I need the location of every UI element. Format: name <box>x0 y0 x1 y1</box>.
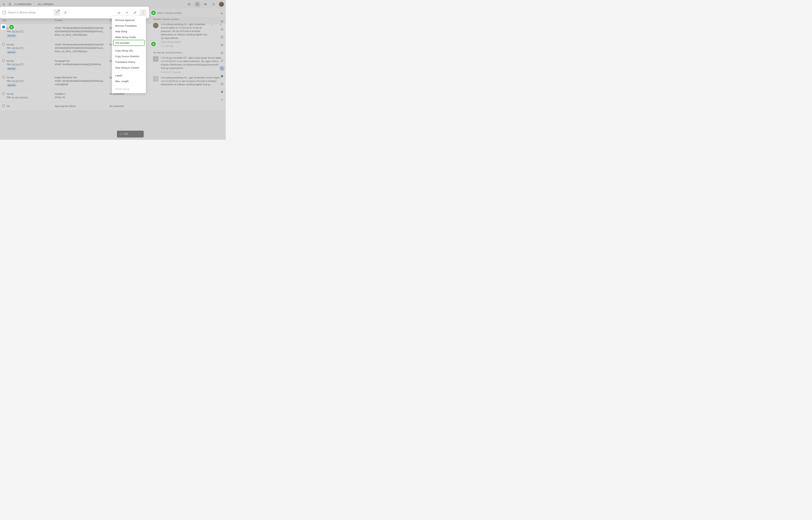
row-key-text: No key <box>7 43 24 46</box>
row-key-text: No <box>7 104 10 108</box>
entry-time: 2 years ago <box>163 45 174 47</box>
avatar[interactable] <box>219 2 224 7</box>
svg-point-14 <box>143 13 144 14</box>
search-input[interactable] <box>7 11 52 14</box>
row-0-checkbox-highlight[interactable] <box>1 24 6 30</box>
menu-make-visible[interactable]: Make String Visible <box>112 34 146 40</box>
row-2-context: Paragraph text XPath: /html/body/table/t… <box>52 57 107 73</box>
entry-text: I<0>softwareudvikling</0>, agile (undert… <box>161 23 209 40</box>
menu-delete[interactable]: Delete String <box>112 86 146 92</box>
eye-icon[interactable] <box>220 43 224 48</box>
pager-prev-icon[interactable]: ← <box>132 133 134 135</box>
file-link[interactable]: test [en-PT] <box>12 80 23 82</box>
row-1-checkbox[interactable] <box>2 43 5 46</box>
layout-split-icon[interactable] <box>195 1 200 7</box>
callout-2: 2 <box>151 10 156 15</box>
ai-icon[interactable] <box>220 89 224 94</box>
row-5-checkbox[interactable] <box>2 104 5 107</box>
row-5-shot: No screenshot <box>107 102 149 111</box>
context-menu: Remove Approval Remove Translation Hide … <box>112 16 146 93</box>
columns-icon[interactable] <box>220 82 224 86</box>
master-badge: MASTER <box>7 34 16 37</box>
approve-all-icon[interactable] <box>116 9 122 16</box>
edit-icon[interactable] <box>132 9 138 16</box>
book-icon[interactable] <box>220 35 224 40</box>
file-link[interactable]: test [en-PT] <box>12 47 23 49</box>
add-icon[interactable] <box>124 9 130 16</box>
file-label: File: <box>7 63 11 66</box>
row-2-key[interactable]: No key File: test [en-PT] MASTER <box>0 57 52 73</box>
svg-rect-11 <box>221 91 223 93</box>
svg-rect-5 <box>221 29 223 30</box>
file-label: File: <box>7 96 11 99</box>
row-0-key[interactable]: ey File: test [en-PT] MASTER <box>0 24 52 40</box>
translate-icon[interactable] <box>220 11 224 16</box>
menu-copy-skeleton[interactable]: Copy Source Skeleton <box>112 53 146 59</box>
menu-remove-approval[interactable]: Remove Approval <box>112 17 146 23</box>
menu-hide-string[interactable]: Hide String <box>112 29 146 34</box>
file-link[interactable]: test [en-PT] <box>12 30 23 33</box>
breadcrumb-languages[interactable]: 3 LANGUAGES <box>14 3 32 5</box>
approve-icon[interactable]: ✓ <box>215 23 217 26</box>
file-link[interactable]: for vip customer <box>12 96 28 99</box>
chevron-down-icon[interactable]: ▾ <box>183 52 184 54</box>
pager-next-icon[interactable]: → <box>138 133 140 135</box>
keyboard-icon[interactable] <box>203 1 208 7</box>
menu-remove-translation[interactable]: Remove Translation <box>112 23 146 29</box>
danish-title[interactable]: DANISH TRANSLATIONS <box>153 18 179 21</box>
file-link[interactable]: test [en-PT] <box>12 63 23 66</box>
terminal-icon[interactable] <box>187 1 192 7</box>
master-badge: MASTER <box>7 51 16 54</box>
chevron-down-icon[interactable]: ▾ <box>179 18 181 21</box>
row-key-text: No key <box>7 92 28 96</box>
tm-title[interactable]: TM AND MT SUGGESTIONS <box>153 52 181 54</box>
crop-icon[interactable] <box>220 66 224 71</box>
translation-entry-1[interactable]: I<0>softwareudvikling</0>, agile (undert… <box>153 23 222 48</box>
pen-icon[interactable] <box>220 58 224 63</box>
menu-copy-url[interactable]: Copy String URL <box>112 48 146 53</box>
more-icon[interactable] <box>140 9 146 16</box>
row-1-context: XPath: /html/body/table/tr/td/table[@id=… <box>52 40 107 57</box>
card-icon[interactable] <box>220 27 224 32</box>
row-key-text: No key <box>7 59 24 63</box>
row-3-key[interactable]: No key File: test [en-PT] MASTER <box>0 73 52 90</box>
row-4-checkbox[interactable] <box>2 92 5 95</box>
row-2-checkbox[interactable] <box>2 59 5 62</box>
sync-icon[interactable] <box>220 50 224 55</box>
row-key-text: No key <box>7 76 24 79</box>
plus-icon[interactable] <box>220 97 224 102</box>
row-3-context: Image Alternative Text XPath: /html/body… <box>52 73 107 90</box>
menu-history[interactable]: Translation History <box>112 59 146 65</box>
svg-point-9 <box>221 75 223 78</box>
vote-count: 0 <box>211 23 213 26</box>
list-view-icon[interactable] <box>62 9 68 16</box>
row-0-checkbox-checked[interactable] <box>2 26 5 28</box>
menu-max-length[interactable]: Max. Length <box>112 78 146 84</box>
translation-entry-2[interactable]: AI I <0>vil jeg oversætte</0>, agile (no… <box>153 56 222 74</box>
menu-pre-translate-label: Pre-translate <box>115 42 130 44</box>
row-4-key[interactable]: No key File: for vip customer <box>0 90 52 102</box>
hamburger-icon[interactable] <box>8 2 12 6</box>
refresh-icon <box>153 76 159 82</box>
filter-icon[interactable] <box>54 9 60 16</box>
back-icon[interactable] <box>2 2 5 6</box>
svg-rect-2 <box>204 4 207 5</box>
avatar <box>153 23 159 28</box>
ai-badge-icon: AI <box>153 56 159 62</box>
gear-icon[interactable] <box>211 1 216 7</box>
translation-entry-3[interactable]: I<0>softwareudvikling</0>, agile (undert… <box>153 76 222 86</box>
row-3-checkbox[interactable] <box>2 76 5 78</box>
menu-view-context[interactable]: View String In Context <box>112 65 146 71</box>
collapse-all-icon[interactable]: − <box>3 11 6 14</box>
row-5-key[interactable]: No <box>0 102 52 111</box>
entry-source: Custom MT Translate <box>161 71 222 74</box>
chat-icon[interactable] <box>220 74 224 79</box>
menu-pre-translate[interactable]: Pre-translate ▸ <box>113 40 145 46</box>
row-1-key[interactable]: No key File: test [en-PT] MASTER <box>0 40 52 57</box>
callout-3: 3 <box>151 42 156 47</box>
row-5-context: Span tag text (inline) <box>52 102 107 111</box>
breadcrumb-allstrings[interactable]: ALL STRINGS <box>37 3 54 5</box>
comment-icon[interactable] <box>220 19 224 24</box>
side-toolbar <box>218 9 226 102</box>
menu-labels[interactable]: Labels <box>112 73 146 78</box>
